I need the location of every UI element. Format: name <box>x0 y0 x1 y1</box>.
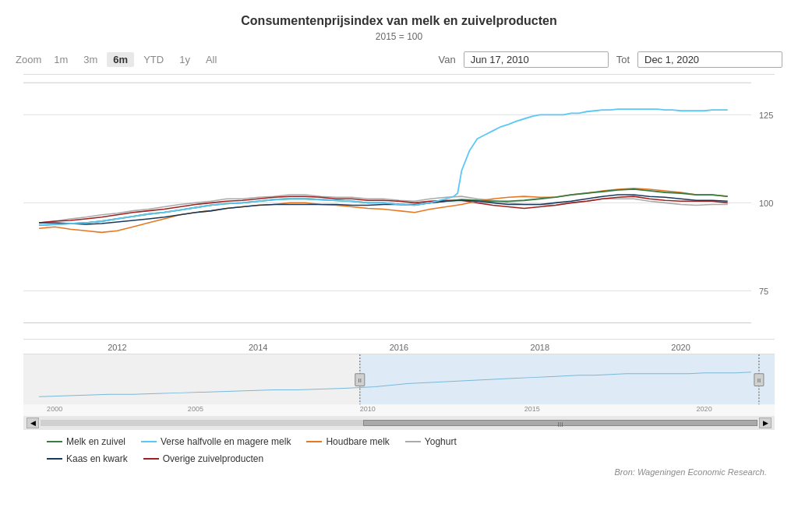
zoom-6m[interactable]: 6m <box>107 52 134 67</box>
zoom-1m[interactable]: 1m <box>48 52 74 67</box>
scroll-track[interactable]: III <box>41 420 757 426</box>
zoom-1y[interactable]: 1y <box>173 52 196 67</box>
svg-text:II: II <box>757 377 761 384</box>
x-axis: 2012 2014 2016 2018 2020 <box>23 339 775 352</box>
scroll-thumb[interactable]: III <box>363 420 757 426</box>
legend-label-yoghurt: Yoghurt <box>425 436 457 447</box>
svg-text:125: 125 <box>759 111 773 120</box>
legend-line-kaas-kwark <box>47 458 62 460</box>
svg-text:II: II <box>358 377 362 384</box>
zoom-3m[interactable]: 3m <box>77 52 104 67</box>
x-label-2018: 2018 <box>531 343 549 352</box>
legend-verse-halfvolle: Verse halfvolle en magere melk <box>141 436 291 447</box>
svg-text:2020: 2020 <box>697 405 712 413</box>
x-label-2020: 2020 <box>671 343 690 352</box>
legend-line-verse-halfvolle <box>141 441 157 442</box>
legend-houdbare-melk: Houdbare melk <box>306 436 389 447</box>
legend-line-yoghurt <box>405 441 421 442</box>
x-label-2016: 2016 <box>390 343 408 352</box>
chart-subtitle: 2015 = 100 <box>16 31 782 42</box>
svg-text:2010: 2010 <box>360 405 376 413</box>
van-label: Van <box>438 54 455 65</box>
navigator[interactable]: II II 2000 2005 2010 2015 2020 <box>23 354 775 416</box>
scroll-right-button[interactable]: ▶ <box>759 417 772 428</box>
legend-label-verse-halfvolle: Verse halfvolle en magere melk <box>161 436 291 447</box>
svg-text:2015: 2015 <box>524 405 540 413</box>
legend-row-1: Melk en zuivel Verse halfvolle en magere… <box>47 436 767 447</box>
tot-label: Tot <box>616 54 630 65</box>
svg-text:2000: 2000 <box>47 405 62 413</box>
legend-kaas-kwark: Kaas en kwark <box>47 453 128 464</box>
svg-text:75: 75 <box>759 287 768 296</box>
legend-line-melk-zuivel <box>47 441 62 442</box>
legend-label-melk-zuivel: Melk en zuivel <box>66 436 125 447</box>
x-label-2012: 2012 <box>108 343 126 352</box>
main-chart: 125 100 75 <box>23 74 775 339</box>
zoom-label: Zoom <box>16 54 41 65</box>
chart-container: Consumentenprijsindex van melk en zuivel… <box>0 0 798 488</box>
chart-title: Consumentenprijsindex van melk en zuivel… <box>16 14 782 28</box>
legend-label-houdbare-melk: Houdbare melk <box>326 436 389 447</box>
zoom-all[interactable]: All <box>200 52 223 67</box>
legend-line-houdbare-melk <box>306 441 322 442</box>
svg-text:2005: 2005 <box>188 405 203 413</box>
svg-text:100: 100 <box>759 199 773 208</box>
source-text: Bron: Wageningen Economic Research. <box>16 467 782 480</box>
legend-overige-zuivel: Overige zuivelproducten <box>143 453 263 464</box>
nav-scrollbar[interactable]: ◀ III ▶ <box>23 416 775 430</box>
scroll-left-button[interactable]: ◀ <box>26 417 39 428</box>
legend-area: Melk en zuivel Verse halfvolle en magere… <box>16 430 782 467</box>
legend-yoghurt: Yoghurt <box>405 436 457 447</box>
controls-row: Zoom 1m 3m 6m YTD 1y All Van Tot <box>16 51 782 68</box>
zoom-ytd[interactable]: YTD <box>137 52 170 67</box>
from-date-input[interactable] <box>464 51 609 68</box>
drag-handle-label: III <box>364 421 757 428</box>
legend-label-overige-zuivel: Overige zuivelproducten <box>163 453 263 464</box>
legend-label-kaas-kwark: Kaas en kwark <box>66 453 128 464</box>
svg-rect-9 <box>23 354 360 404</box>
to-date-input[interactable] <box>637 51 782 68</box>
legend-row-2: Kaas en kwark Overige zuivelproducten <box>47 453 767 464</box>
x-label-2014: 2014 <box>249 343 267 352</box>
svg-rect-8 <box>360 354 775 404</box>
legend-melk-zuivel: Melk en zuivel <box>47 436 125 447</box>
legend-line-overige-zuivel <box>143 458 159 460</box>
